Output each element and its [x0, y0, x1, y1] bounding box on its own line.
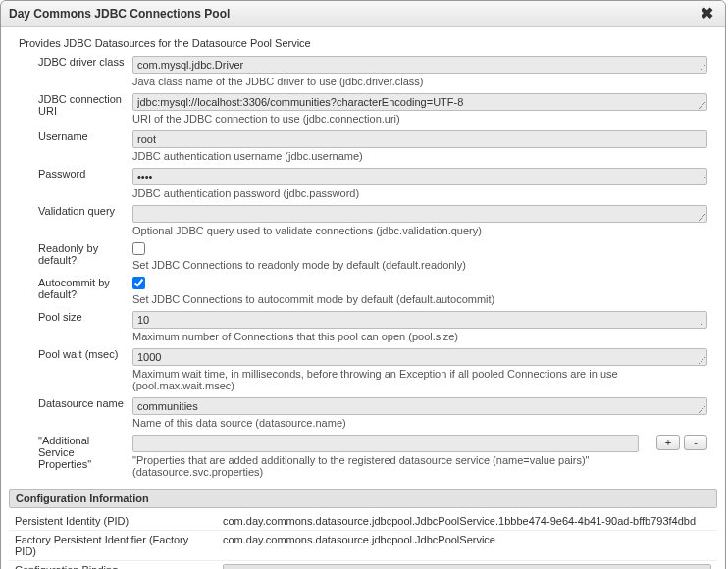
config-form: JDBC driver class Java class name of the…: [9, 53, 717, 481]
fpid-label: Factory Persistent Identifier (Factory P…: [9, 531, 217, 561]
close-icon[interactable]: ✖: [697, 6, 717, 22]
dsname-input[interactable]: [132, 397, 707, 415]
readonly-hint: Set JDBC Connections to readonly mode by…: [132, 259, 707, 271]
username-hint: JDBC authentication username (jdbc.usern…: [132, 150, 707, 162]
binding-value: launchpad:resources/install/0/day.common…: [223, 564, 711, 569]
pid-value: com.day.commons.datasource.jdbcpool.Jdbc…: [217, 512, 717, 531]
config-info-header: Configuration Information: [9, 489, 717, 508]
driver-hint: Java class name of the JDBC driver to us…: [132, 76, 707, 87]
validation-input[interactable]: [132, 205, 707, 223]
binding-label: Configuration Binding: [9, 561, 217, 570]
validation-hint: Optional JDBC query used to validate con…: [132, 225, 707, 236]
additional-input[interactable]: [132, 435, 639, 452]
poolwait-label: Pool wait (msec): [9, 345, 130, 394]
username-input[interactable]: [132, 130, 707, 148]
dialog-title: Day Commons JDBC Connections Pool: [9, 7, 230, 21]
additional-hint: "Properties that are added additionally …: [132, 454, 707, 478]
autocommit-checkbox[interactable]: [132, 277, 145, 289]
username-label: Username: [9, 128, 130, 165]
poolsize-label: Pool size: [9, 308, 130, 345]
uri-input[interactable]: [132, 93, 707, 111]
password-input[interactable]: [132, 168, 707, 185]
autocommit-label: Autocommit by default?: [9, 274, 130, 308]
driver-label: JDBC driver class: [9, 53, 130, 90]
dsname-label: Datasource name: [9, 394, 130, 432]
readonly-checkbox[interactable]: [132, 242, 145, 255]
poolwait-input[interactable]: [132, 348, 707, 366]
titlebar: Day Commons JDBC Connections Pool ✖: [1, 1, 725, 27]
fpid-value: com.day.commons.datasource.jdbcpool.Jdbc…: [217, 531, 717, 561]
poolsize-input[interactable]: [132, 311, 707, 329]
dsname-hint: Name of this data source (datasource.nam…: [132, 417, 707, 429]
remove-property-button[interactable]: -: [684, 435, 707, 450]
readonly-label: Readonly by default?: [9, 239, 130, 274]
driver-input[interactable]: [132, 56, 707, 74]
password-label: Password: [9, 165, 130, 202]
password-hint: JDBC authentication password (jdbc.passw…: [132, 187, 707, 199]
config-dialog: Day Commons JDBC Connections Pool ✖ Prov…: [0, 0, 726, 569]
uri-hint: URI of the JDBC connection to use (jdbc.…: [132, 113, 707, 125]
autocommit-hint: Set JDBC Connections to autocommit mode …: [132, 293, 707, 305]
additional-label: "Additional Service Properties": [9, 432, 130, 481]
poolwait-hint: Maximum wait time, in milliseconds, befo…: [132, 368, 707, 391]
config-info-table: Persistent Identity (PID) com.day.common…: [9, 512, 717, 569]
poolsize-hint: Maximum number of Connections that this …: [132, 331, 707, 342]
validation-label: Validation query: [9, 202, 130, 239]
uri-label: JDBC connection URI: [9, 90, 130, 128]
pid-label: Persistent Identity (PID): [9, 512, 217, 531]
add-property-button[interactable]: +: [656, 435, 680, 450]
dialog-body: Provides JDBC Datasources for the Dataso…: [1, 27, 725, 569]
dialog-description: Provides JDBC Datasources for the Dataso…: [19, 37, 717, 49]
